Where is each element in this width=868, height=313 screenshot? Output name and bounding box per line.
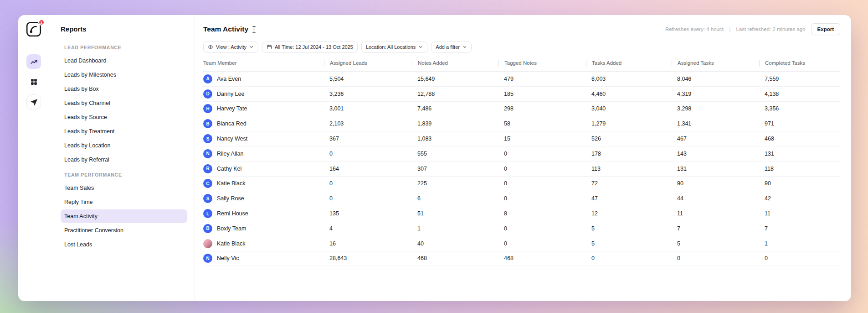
app-logo[interactable]: 1 bbox=[26, 21, 41, 37]
cell-completed-tasks: 11 bbox=[759, 210, 840, 217]
sidebar-item-leads-by-treatment[interactable]: Leads by Treatment bbox=[61, 125, 187, 138]
member-name: Cathy Kel bbox=[217, 166, 241, 172]
table-row-nancy-west[interactable]: SNancy West3671,08315526467468 bbox=[203, 131, 840, 146]
sidebar-item-leads-by-box[interactable]: Leads by Box bbox=[61, 82, 187, 96]
filter-chip-all-time-12-jul-2024-13-oct-2025[interactable]: All Time: 12 Jul 2024 - 13 Oct 2025 bbox=[262, 42, 358, 52]
sidebar-item-lost-leads[interactable]: Lost Leads bbox=[61, 238, 187, 251]
table-row-harvey-tate[interactable]: HHarvey Tate3,0017,4862983,0403,2983,356 bbox=[203, 102, 840, 117]
sidebar-item-team-sales[interactable]: Team Sales bbox=[61, 181, 187, 195]
cell-tagged-notes: 0 bbox=[498, 151, 586, 157]
rail-item-apps[interactable] bbox=[26, 74, 41, 89]
team-member-cell: NRiley Allan bbox=[203, 149, 324, 158]
cell-tasks-added: 4,460 bbox=[586, 91, 672, 97]
sidebar-item-leads-by-location[interactable]: Leads by Location bbox=[61, 139, 187, 152]
cell-assigned-tasks: 44 bbox=[672, 195, 759, 202]
table-row-katie-black[interactable]: Katie Black16400551 bbox=[203, 236, 840, 251]
section-header-lead-performance: LEAD PERFORMANCE bbox=[64, 45, 187, 50]
filter-chip-add-a-filter[interactable]: Add a filter bbox=[431, 42, 472, 52]
member-name: Katie Black bbox=[217, 240, 246, 247]
filter-chip-location-all-locations[interactable]: Location: All Locations bbox=[361, 42, 427, 52]
cell-tagged-notes: 0 bbox=[498, 195, 586, 202]
cell-assigned-leads: 164 bbox=[324, 166, 412, 172]
sidebar-item-practitioner-conversion[interactable]: Practitioner Conversion bbox=[61, 224, 187, 237]
cell-assigned-tasks: 7 bbox=[672, 225, 759, 232]
team-member-cell: LRemi House bbox=[203, 209, 324, 218]
grid-icon bbox=[30, 78, 38, 86]
table-row-nelly-vic[interactable]: NNelly Vic28,643468468000 bbox=[203, 251, 840, 266]
member-name: Ava Even bbox=[217, 76, 241, 82]
table-row-ava-even[interactable]: AAva Even5,50415,6494798,0038,0467,559 bbox=[203, 72, 840, 87]
sidebar-item-leads-by-channel[interactable]: Leads by Channel bbox=[61, 96, 187, 110]
cell-assigned-tasks: 467 bbox=[672, 136, 759, 142]
table-row-riley-allan[interactable]: NRiley Allan05550178143131 bbox=[203, 146, 840, 162]
cell-tasks-added: 72 bbox=[586, 180, 672, 187]
cell-notes-added: 12,788 bbox=[412, 91, 498, 97]
cell-tagged-notes: 0 bbox=[498, 166, 586, 172]
reports-sidebar: Reports LEAD PERFORMANCELead DashboardLe… bbox=[49, 15, 195, 301]
cell-assigned-leads: 3,001 bbox=[324, 105, 412, 112]
eye-icon bbox=[208, 44, 213, 50]
rail-item-reports[interactable] bbox=[26, 54, 41, 69]
sidebar-item-reply-time[interactable]: Reply Time bbox=[61, 195, 187, 209]
member-name: Remi House bbox=[217, 210, 248, 217]
cell-completed-tasks: 4,138 bbox=[759, 91, 840, 97]
cell-tasks-added: 12 bbox=[586, 210, 672, 217]
table-row-danny-lee[interactable]: DDanny Lee3,23612,7881854,4604,3194,138 bbox=[203, 87, 840, 102]
avatar-photo bbox=[203, 239, 212, 248]
table-row-boxly-team[interactable]: BBoxly Team410577 bbox=[203, 221, 840, 236]
cell-tagged-notes: 0 bbox=[498, 225, 586, 232]
table-row-sally-rose[interactable]: SSally Rose060474442 bbox=[203, 191, 840, 206]
member-name: Nelly Vic bbox=[217, 255, 239, 261]
cell-completed-tasks: 118 bbox=[759, 166, 840, 172]
chevron-down-icon bbox=[418, 45, 423, 49]
sidebar-item-lead-dashboard[interactable]: Lead Dashboard bbox=[61, 54, 187, 68]
sidebar-item-leads-by-milestones[interactable]: Leads by Milestones bbox=[61, 68, 187, 82]
cell-completed-tasks: 1 bbox=[759, 240, 840, 247]
reports-nav: LEAD PERFORMANCELead DashboardLeads by M… bbox=[61, 45, 187, 251]
icon-rail: 1 bbox=[18, 15, 49, 301]
cell-notes-added: 15,649 bbox=[412, 76, 498, 82]
column-header-tagged-notes: Tagged Notes bbox=[498, 60, 586, 67]
export-button[interactable]: Export bbox=[811, 23, 840, 35]
desktop-background: 1 Reports LEAD PERFORMANCELead Dashboard… bbox=[0, 0, 868, 313]
cell-notes-added: 1 bbox=[412, 225, 498, 232]
cell-assigned-tasks: 131 bbox=[672, 166, 759, 172]
team-member-cell: BBianca Red bbox=[203, 119, 324, 128]
page-title: Team Activity bbox=[203, 25, 248, 33]
avatar: D bbox=[203, 89, 212, 99]
table-row-cathy-kel[interactable]: RCathy Kel1643070113131118 bbox=[203, 162, 840, 177]
table-row-bianca-red[interactable]: BBianca Red2,1031,839581,2791,341971 bbox=[203, 116, 840, 131]
table-row-remi-house[interactable]: LRemi House135518121111 bbox=[203, 206, 840, 221]
sidebar-item-leads-by-source[interactable]: Leads by Source bbox=[61, 110, 187, 124]
cell-tagged-notes: 479 bbox=[498, 76, 586, 82]
cell-tasks-added: 47 bbox=[586, 195, 672, 202]
column-header-notes-added: Notes Added bbox=[412, 60, 498, 67]
cell-notes-added: 7,486 bbox=[412, 105, 498, 112]
filter-chip-label: Location: All Locations bbox=[366, 44, 416, 50]
sidebar-item-team-activity[interactable]: Team Activity bbox=[61, 209, 187, 223]
cell-assigned-leads: 0 bbox=[324, 195, 412, 202]
avatar: B bbox=[203, 224, 212, 233]
cell-tagged-notes: 58 bbox=[498, 120, 586, 127]
cell-tasks-added: 113 bbox=[586, 166, 672, 172]
cell-tasks-added: 0 bbox=[586, 255, 672, 261]
avatar: L bbox=[203, 209, 212, 218]
cell-assigned-leads: 0 bbox=[324, 151, 412, 157]
cell-assigned-leads: 5,504 bbox=[324, 76, 412, 82]
chevron-down-icon bbox=[249, 45, 254, 49]
cell-assigned-leads: 0 bbox=[324, 180, 412, 187]
cell-assigned-leads: 367 bbox=[324, 136, 412, 142]
meta-divider: | bbox=[729, 26, 730, 32]
member-name: Bianca Red bbox=[217, 120, 247, 127]
cell-tagged-notes: 468 bbox=[498, 255, 586, 261]
cell-notes-added: 1,083 bbox=[412, 136, 498, 142]
table-row-katie-black[interactable]: CKatie Black02250729090 bbox=[203, 177, 840, 192]
cell-tasks-added: 5 bbox=[586, 225, 672, 232]
rail-item-share[interactable] bbox=[26, 94, 41, 109]
avatar: S bbox=[203, 194, 212, 203]
avatar: N bbox=[203, 254, 212, 263]
calendar-icon bbox=[267, 44, 272, 50]
avatar: A bbox=[203, 74, 212, 83]
sidebar-item-leads-by-referral[interactable]: Leads by Referral bbox=[61, 153, 187, 167]
filter-chip-view-activity[interactable]: View : Activity bbox=[203, 42, 258, 52]
